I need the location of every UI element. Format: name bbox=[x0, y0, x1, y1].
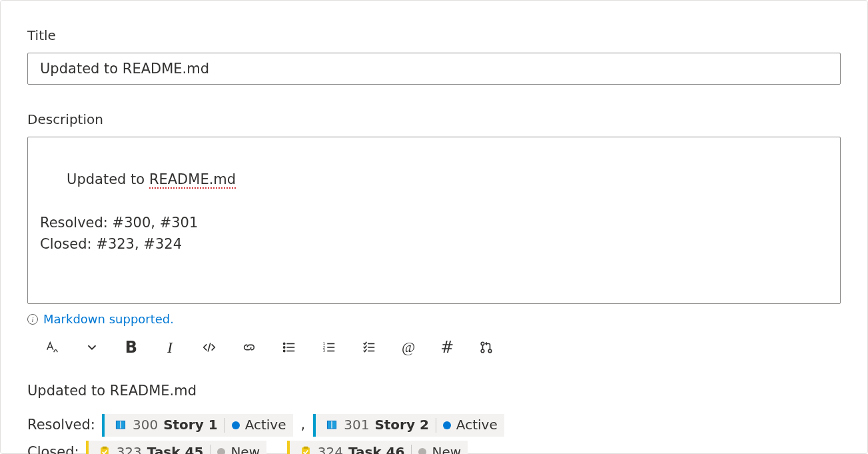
desc-line1-spellcheck: README.md bbox=[149, 171, 236, 189]
list-separator: , bbox=[273, 439, 280, 454]
book-icon bbox=[114, 419, 127, 432]
bullet-list-button[interactable] bbox=[279, 338, 299, 357]
svg-rect-23 bbox=[303, 447, 308, 449]
work-item-name: Task 46 bbox=[348, 440, 405, 454]
work-item-state: New bbox=[432, 440, 461, 454]
work-item-state: New bbox=[230, 440, 260, 454]
bold-button[interactable]: B bbox=[122, 338, 141, 357]
work-item-stripe bbox=[287, 441, 290, 454]
pr-form-panel: Title Description Updated to README.mdRe… bbox=[0, 0, 868, 454]
state-dot-icon bbox=[418, 448, 426, 454]
work-item-id: 324 bbox=[318, 440, 343, 454]
clipboard-icon bbox=[98, 445, 111, 454]
work-item-state: Active bbox=[456, 413, 498, 437]
work-item-name: Story 1 bbox=[163, 413, 217, 437]
row-label: Resolved: bbox=[27, 412, 95, 438]
svg-text:3: 3 bbox=[323, 349, 326, 353]
desc-line4: Closed: #323, #324 bbox=[40, 236, 182, 252]
description-text[interactable]: Updated to README.mdResolved: #300, #301… bbox=[40, 147, 828, 277]
markdown-supported-link[interactable]: Markdown supported. bbox=[43, 312, 174, 326]
work-item-separator bbox=[436, 418, 436, 433]
work-item-name: Story 2 bbox=[374, 413, 428, 437]
work-item-row: Closed:323Task 45New,324Task 46New bbox=[27, 439, 841, 454]
state-dot-icon bbox=[232, 421, 240, 429]
svg-point-3 bbox=[284, 343, 285, 345]
work-item-state: Active bbox=[245, 413, 286, 437]
work-item-stripe bbox=[313, 414, 316, 437]
work-item-card[interactable]: 324Task 46New bbox=[287, 441, 468, 454]
italic-button[interactable]: I bbox=[161, 338, 179, 357]
description-input[interactable]: Updated to README.mdResolved: #300, #301… bbox=[27, 137, 841, 304]
state-dot-icon bbox=[443, 421, 451, 429]
work-item-row: Resolved:300Story 1Active,301Story 2Acti… bbox=[27, 412, 841, 438]
title-label: Title bbox=[27, 27, 841, 43]
desc-line1-prefix: Updated to bbox=[67, 171, 149, 187]
work-item-stripe bbox=[86, 441, 89, 454]
svg-point-17 bbox=[489, 349, 492, 353]
task-list-button[interactable] bbox=[359, 338, 379, 357]
work-item-separator bbox=[210, 445, 211, 454]
svg-point-16 bbox=[482, 349, 485, 353]
work-item-name: Task 45 bbox=[147, 440, 204, 454]
markdown-hint-row: i Markdown supported. bbox=[27, 312, 841, 326]
title-input[interactable] bbox=[27, 53, 841, 85]
description-preview: Updated to README.md Resolved:300Story 1… bbox=[27, 378, 841, 454]
work-item-separator bbox=[411, 445, 412, 454]
state-dot-icon bbox=[217, 448, 225, 454]
row-label: Closed: bbox=[27, 439, 79, 454]
text-style-dropdown[interactable] bbox=[82, 338, 102, 357]
clipboard-icon bbox=[299, 445, 312, 454]
info-icon: i bbox=[27, 314, 38, 325]
work-item-separator bbox=[224, 418, 225, 433]
preview-title: Updated to README.md bbox=[27, 378, 841, 404]
svg-rect-21 bbox=[102, 447, 107, 449]
work-item-id: 301 bbox=[344, 413, 369, 437]
svg-point-5 bbox=[284, 351, 285, 352]
pull-request-button[interactable] bbox=[476, 338, 496, 357]
text-style-button[interactable] bbox=[42, 338, 62, 357]
work-item-id: 323 bbox=[117, 440, 142, 454]
mention-button[interactable]: @ bbox=[399, 338, 418, 357]
work-item-card[interactable]: 300Story 1Active bbox=[102, 414, 293, 437]
work-item-id: 300 bbox=[133, 413, 158, 437]
format-toolbar: B I 1 2 3 bbox=[27, 335, 841, 359]
description-label: Description bbox=[27, 111, 841, 127]
code-button[interactable] bbox=[199, 338, 219, 357]
svg-point-4 bbox=[284, 347, 285, 348]
numbered-list-button[interactable]: 1 2 3 bbox=[319, 338, 339, 357]
work-item-stripe bbox=[102, 414, 105, 437]
desc-line3: Resolved: #300, #301 bbox=[40, 215, 198, 231]
book-icon bbox=[325, 419, 338, 432]
list-separator: , bbox=[300, 412, 307, 438]
svg-point-15 bbox=[482, 342, 485, 345]
work-item-card[interactable]: 301Story 2Active bbox=[313, 414, 504, 437]
hashtag-button[interactable]: # bbox=[438, 338, 456, 357]
link-button[interactable] bbox=[239, 338, 259, 357]
work-item-card[interactable]: 323Task 45New bbox=[86, 441, 266, 454]
